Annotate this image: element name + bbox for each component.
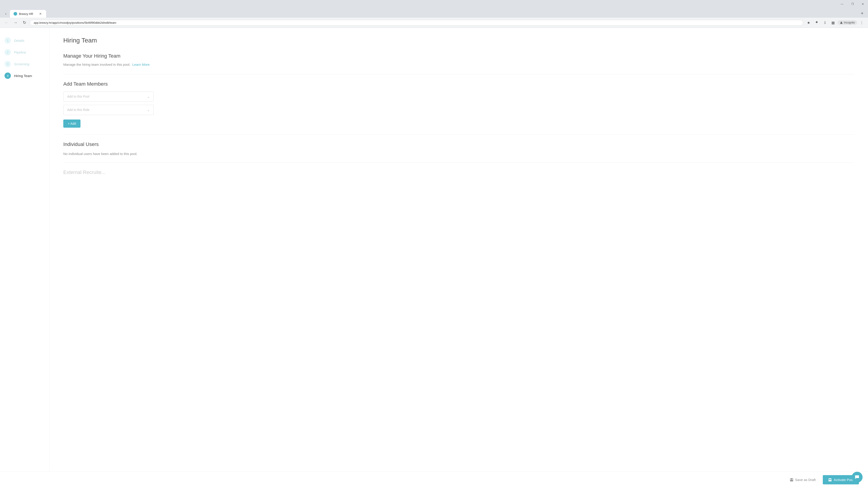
step-label-screening: Screening [14, 62, 29, 66]
page-title: Hiring Team [63, 37, 855, 44]
download-button[interactable]: ⇩ [821, 19, 829, 26]
tab-favicon [13, 12, 17, 15]
divider-2 [63, 134, 855, 135]
minimize-button[interactable]: — [837, 0, 847, 8]
step-circle-details: 1 [4, 37, 11, 43]
address-actions: ★ ⇩ ▦ Incognito ⋮ [805, 19, 865, 26]
content-area: Hiring Team Manage Your Hiring Team Mana… [50, 28, 868, 488]
tab-bar: ‹ Breezy HR ✕ + [0, 8, 868, 18]
sidebar-step-hiring-team[interactable]: 4 Hiring Team [4, 70, 45, 82]
footer: Save as Draft Activate Pool [0, 471, 868, 488]
no-users-message: No individual users have been added to t… [63, 152, 855, 156]
add-button[interactable]: + Add [63, 120, 81, 128]
activate-icon [828, 478, 832, 482]
step-circle-pipeline: 2 [4, 49, 11, 55]
save-draft-button[interactable]: Save as Draft [786, 476, 819, 484]
incognito-badge: Incognito [837, 20, 857, 25]
svg-rect-5 [829, 479, 831, 480]
address-bar: ← → ↻ app.breezy.hr/app/c/moodjoy/positi… [0, 18, 868, 28]
tab-group: Breezy HR ✕ [10, 10, 858, 18]
add-to-role-dropdown[interactable]: Add to this Role ⌄ [63, 105, 154, 115]
manage-section-desc: Manage the hiring team involved in this … [63, 62, 855, 67]
step-label-pipeline: Pipeline [14, 51, 26, 54]
manage-section-title: Manage Your Hiring Team [63, 53, 855, 59]
chat-bubble[interactable] [852, 472, 863, 483]
dropdown-group: Add to this Pool ⌄ Add to this Role ⌄ [63, 92, 154, 115]
extensions-button[interactable] [813, 19, 820, 26]
chat-icon [855, 475, 860, 480]
add-to-pool-dropdown[interactable]: Add to this Pool ⌄ [63, 92, 154, 102]
svg-rect-2 [791, 479, 792, 480]
close-button[interactable]: ✕ [858, 0, 868, 8]
role-placeholder: Add to this Role [67, 108, 90, 111]
sidebar-step-details[interactable]: 1 Details [4, 35, 45, 46]
back-button[interactable]: ← [3, 19, 10, 26]
pool-arrow-icon: ⌄ [147, 94, 150, 99]
footer-spacer [63, 175, 855, 193]
sidebar-step-screening[interactable]: 3 Screening [4, 58, 45, 70]
learn-more-link[interactable]: Learn More [132, 63, 150, 66]
reload-button[interactable]: ↻ [21, 19, 28, 26]
sidebar: 1 Details 2 Pipeline 3 Screening 4 Hirin… [0, 28, 50, 488]
step-label-hiring-team: Hiring Team [14, 74, 32, 78]
step-circle-hiring-team: 4 [4, 72, 11, 79]
individual-users-title: Individual Users [63, 141, 855, 147]
new-tab-button[interactable]: + [859, 10, 865, 17]
step-label-details: Details [14, 39, 24, 42]
url-text: app.breezy.hr/app/c/moodjoy/positions/5b… [34, 21, 116, 24]
add-members-title: Add Team Members [63, 81, 855, 87]
tab-prev-button[interactable]: ‹ [3, 11, 9, 17]
role-arrow-icon: ⌄ [147, 108, 150, 112]
svg-rect-6 [829, 480, 831, 481]
split-button[interactable]: ▦ [829, 19, 837, 26]
divider-1 [63, 74, 855, 74]
tab-close-button[interactable]: ✕ [38, 12, 42, 16]
window-controls: — ❐ ✕ [837, 0, 868, 8]
maximize-button[interactable]: ❐ [847, 0, 858, 8]
menu-button[interactable]: ⋮ [858, 19, 865, 26]
sidebar-step-pipeline[interactable]: 2 Pipeline [4, 46, 45, 58]
pool-placeholder: Add to this Pool [67, 95, 89, 98]
url-bar[interactable]: app.breezy.hr/app/c/moodjoy/positions/5b… [30, 20, 803, 26]
active-tab[interactable]: Breezy HR ✕ [10, 10, 46, 18]
tab-title: Breezy HR [19, 12, 33, 15]
step-circle-screening: 3 [4, 61, 11, 67]
divider-3 [63, 162, 855, 163]
svg-rect-3 [790, 480, 793, 481]
bookmark-button[interactable]: ★ [805, 19, 812, 26]
forward-button[interactable]: → [12, 19, 19, 26]
save-icon [790, 478, 794, 482]
main-layout: 1 Details 2 Pipeline 3 Screening 4 Hirin… [0, 28, 868, 488]
external-title: External Recruite... [63, 169, 855, 175]
